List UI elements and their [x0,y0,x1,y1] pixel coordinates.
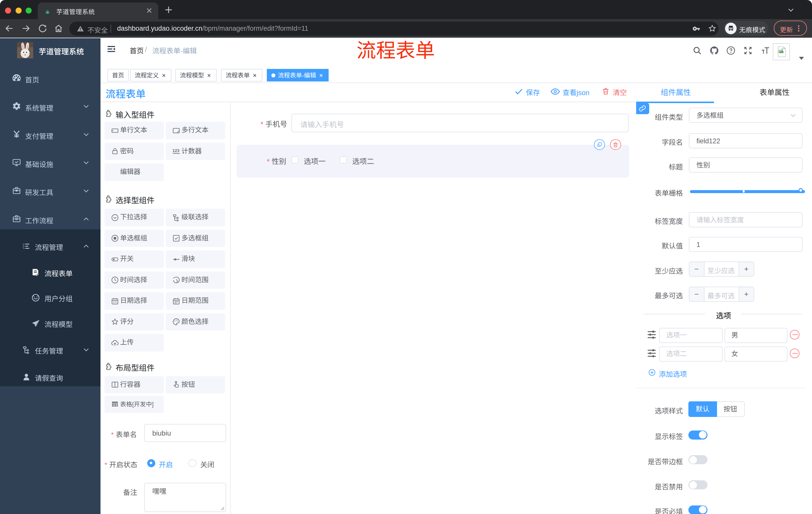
svg-text:123: 123 [172,148,179,153]
